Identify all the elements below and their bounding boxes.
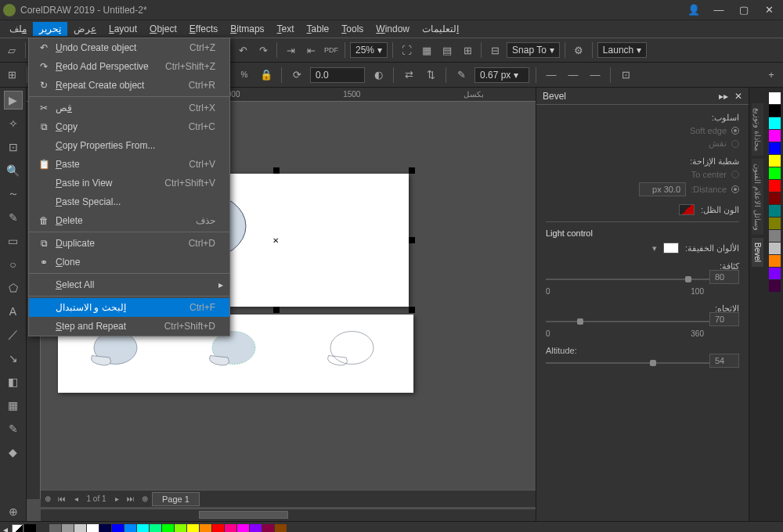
close-button[interactable]: ✕ xyxy=(761,4,777,16)
menu-item-redo-add-perspective[interactable]: Ctrl+Shift+ZRedo Add Perspective↷ xyxy=(29,57,229,76)
user-icon[interactable]: 👤 xyxy=(686,4,702,16)
swatch[interactable] xyxy=(150,524,161,533)
artistic-media-tool[interactable]: ✎ xyxy=(4,208,23,227)
quick-custom-button[interactable]: ⊕ xyxy=(4,502,23,521)
preset-button[interactable]: ⊞ xyxy=(3,66,20,84)
color-swatch[interactable] xyxy=(769,268,781,279)
export-button[interactable]: ⇤ xyxy=(302,41,319,59)
menu-item--[interactable]: Ctrl+Fالبحث و الاستبدال xyxy=(29,298,229,317)
polygon-tool[interactable]: ⬠ xyxy=(4,279,23,297)
docker-collapse-button[interactable]: ▸▸ xyxy=(719,91,728,102)
spinner-icon[interactable]: ◐ xyxy=(370,66,387,84)
menu-التعليمات[interactable]: التعليمات xyxy=(416,22,465,36)
freehand-tool[interactable]: ～ xyxy=(4,185,23,203)
color-swatch[interactable] xyxy=(769,192,781,204)
menu-item-select-all[interactable]: ▸Select All xyxy=(29,275,229,294)
menu-ملف[interactable]: ملف xyxy=(3,22,33,36)
menu-object[interactable]: Object xyxy=(143,22,183,36)
color-swatch[interactable] xyxy=(769,117,781,129)
color-swatch[interactable] xyxy=(769,180,781,192)
flip-h-button[interactable]: ⇄ xyxy=(400,66,417,84)
light-color-swatch[interactable] xyxy=(663,243,679,253)
menu-layout[interactable]: Layout xyxy=(103,22,143,36)
swatch[interactable] xyxy=(262,524,274,533)
rectangle-tool[interactable]: ▭ xyxy=(4,232,23,250)
menu-item-delete[interactable]: حذفDelete🗑 xyxy=(29,211,229,230)
menu-item-clone[interactable]: Clone⚭ xyxy=(29,253,229,271)
swatch[interactable] xyxy=(24,524,36,533)
shadow-color-swatch[interactable] xyxy=(679,204,695,215)
color-swatch[interactable] xyxy=(769,230,781,242)
add-button[interactable]: + xyxy=(763,66,780,84)
menu-item-copy[interactable]: Ctrl+CCopy⧉ xyxy=(29,117,229,136)
menu-item-undo-create-object[interactable]: Ctrl+ZUndo Create object↶ xyxy=(29,38,229,57)
flip-v-button[interactable]: ⇅ xyxy=(422,66,439,84)
swatch[interactable] xyxy=(124,524,136,533)
menu-text[interactable]: Text xyxy=(271,22,301,36)
page-tab-1[interactable]: Page 1 xyxy=(152,492,200,506)
wrap-button[interactable]: ⊡ xyxy=(617,66,634,84)
maximize-button[interactable]: ▢ xyxy=(736,4,752,16)
page-next-button[interactable]: ▸ xyxy=(110,494,124,503)
fill-tool[interactable]: ◆ xyxy=(4,443,23,462)
transparency-tool[interactable]: ▦ xyxy=(4,396,23,415)
rotation-field[interactable]: 0.0 xyxy=(310,67,365,83)
swatch[interactable] xyxy=(175,524,186,533)
stroke-width-field[interactable]: 0.67 px ▾ xyxy=(474,67,529,83)
swatch[interactable] xyxy=(200,524,211,533)
page-last-button[interactable]: ⏭ xyxy=(124,494,138,503)
menu-عرض[interactable]: عرض xyxy=(67,22,103,36)
minimize-button[interactable]: — xyxy=(711,4,727,16)
menu-item--[interactable]: Ctrl+Xقص✂ xyxy=(29,99,229,117)
line-style-solid[interactable]: — xyxy=(543,66,560,84)
docker-close-button[interactable]: ✕ xyxy=(734,91,742,102)
drop-shadow-tool[interactable]: ◧ xyxy=(4,372,23,391)
tocenter-radio[interactable]: To center xyxy=(546,170,739,179)
swatch[interactable] xyxy=(62,524,74,533)
swatch[interactable] xyxy=(212,524,224,533)
import-button[interactable]: ⇥ xyxy=(282,41,299,59)
menu-item-paste[interactable]: Ctrl+VPaste📋 xyxy=(29,155,229,174)
menu-item-step-and-repeat[interactable]: Ctrl+Shift+DStep and Repeat xyxy=(29,317,229,336)
ellipse-tool[interactable]: ○ xyxy=(4,255,23,274)
menu-item-paste-in-view[interactable]: Ctrl+Shift+VPaste in View xyxy=(29,174,229,192)
color-swatch[interactable] xyxy=(769,280,781,292)
color-swatch[interactable] xyxy=(769,92,781,104)
zoom-field[interactable]: 25% ▾ xyxy=(350,42,388,58)
altitude-slider[interactable]: 54 xyxy=(546,358,739,368)
swatch[interactable] xyxy=(74,524,86,533)
fullscreen-button[interactable]: ⛶ xyxy=(398,41,415,59)
new-doc-button[interactable]: ▱ xyxy=(3,41,20,59)
menu-تحرير[interactable]: تحرير xyxy=(33,22,67,36)
pdf-button[interactable]: PDF xyxy=(323,41,340,59)
page-add-button[interactable]: ⊕ xyxy=(41,494,55,503)
swatch-none[interactable] xyxy=(12,524,23,533)
color-swatch[interactable] xyxy=(769,205,781,217)
ruler-button[interactable]: ⊟ xyxy=(486,41,503,59)
percent-button[interactable]: % xyxy=(236,66,253,84)
intensity-slider[interactable]: 80 xyxy=(546,275,739,284)
color-swatch[interactable] xyxy=(769,243,781,254)
redo-button[interactable]: ↷ xyxy=(254,41,272,59)
shape-tool[interactable]: ✧ xyxy=(4,114,23,133)
grid-button[interactable]: ▦ xyxy=(418,41,435,59)
swatch[interactable] xyxy=(112,524,124,533)
docker-tab-0[interactable]: محاذاة وتوزيع xyxy=(752,103,763,156)
softedge-radio[interactable]: Soft edge xyxy=(546,126,739,135)
swatch[interactable] xyxy=(137,524,149,533)
lock-icon[interactable]: 🔒 xyxy=(258,66,275,84)
menu-item-copy-properties-from-[interactable]: Copy Properties From... xyxy=(29,136,229,155)
swatch[interactable] xyxy=(49,524,61,533)
color-swatch[interactable] xyxy=(769,155,781,167)
swatch[interactable] xyxy=(87,524,99,533)
direction-slider[interactable]: 70 xyxy=(546,317,739,326)
eyedropper-tool[interactable]: ✎ xyxy=(4,419,23,438)
swatch[interactable] xyxy=(99,524,111,533)
swatch[interactable] xyxy=(225,524,236,533)
swatch[interactable] xyxy=(37,524,49,533)
menu-item-repeat-create-object[interactable]: Ctrl+RRepeat Create object↻ xyxy=(29,76,229,95)
page-first-button[interactable]: ⏮ xyxy=(55,494,69,503)
menu-tools[interactable]: Tools xyxy=(335,22,370,36)
launch-dropdown[interactable]: Launch ▾ xyxy=(597,42,647,58)
text-tool[interactable]: A xyxy=(4,302,23,321)
